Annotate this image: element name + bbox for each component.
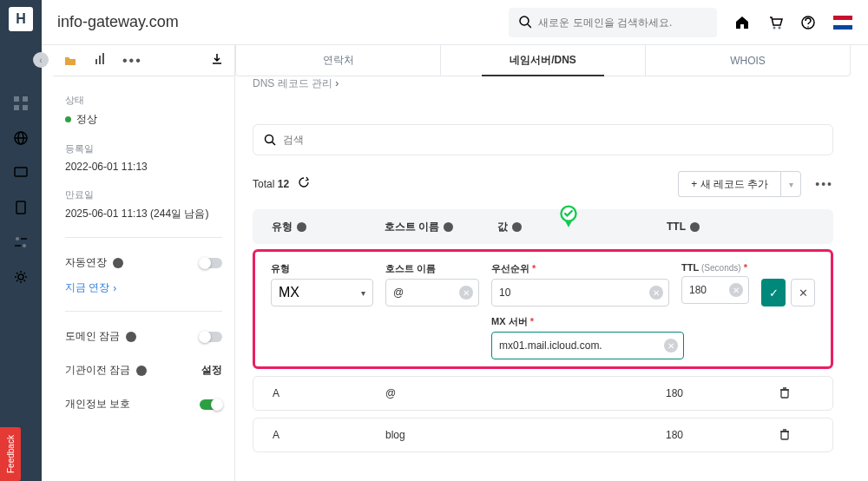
page-title: info-gateway.com	[57, 13, 179, 31]
delete-button[interactable]	[779, 386, 813, 401]
transfer-lock-label: 기관이전 잠금	[65, 363, 130, 378]
global-search[interactable]	[509, 8, 717, 37]
svg-rect-34	[781, 432, 788, 439]
delete-button[interactable]	[779, 428, 813, 443]
svg-rect-22	[102, 53, 104, 64]
table-header: 유형 호스트 이름 값 TTL	[253, 209, 833, 244]
auto-renew-toggle[interactable]	[200, 258, 222, 268]
search-icon	[519, 16, 531, 30]
cancel-button[interactable]: ✕	[791, 279, 815, 306]
table-row[interactable]: A blog 180	[253, 418, 833, 452]
status-label: 상태	[65, 94, 222, 107]
topbar: info-gateway.com	[42, 0, 868, 45]
tab-whois[interactable]: WHOIS	[646, 45, 850, 76]
globe-icon[interactable]	[13, 130, 29, 146]
section-title: DNS 레코드 관리 ›	[235, 76, 851, 91]
column-host: 호스트 이름	[385, 220, 497, 234]
svg-point-25	[136, 366, 147, 376]
left-rail: H	[0, 0, 42, 481]
svg-line-27	[273, 142, 276, 145]
add-record-dropdown[interactable]: ▾	[780, 171, 801, 197]
svg-point-16	[773, 26, 776, 29]
chevron-right-icon: ›	[113, 282, 116, 294]
table-row[interactable]: A @ 180	[253, 376, 833, 411]
clear-icon[interactable]: ✕	[459, 286, 473, 300]
record-total: Total 12	[253, 178, 289, 190]
chevron-down-icon: ▾	[361, 288, 365, 298]
editor-mx-input-wrap: ✕	[491, 332, 684, 359]
editor-host-input-wrap: ✕	[385, 279, 479, 306]
clear-icon[interactable]: ✕	[649, 286, 663, 300]
download-icon[interactable]	[210, 52, 224, 66]
info-icon[interactable]	[135, 365, 148, 377]
record-search[interactable]	[253, 124, 833, 155]
add-record-button[interactable]: + 새 레코드 추가	[678, 171, 780, 197]
svg-rect-20	[95, 59, 97, 64]
document-icon[interactable]	[13, 200, 29, 215]
collapse-rail-button[interactable]: ‹	[33, 52, 49, 68]
record-editor: 유형 MX▾ 호스트 이름 ✕ 우선순위 * ✕ TTL (Seconds) *…	[253, 249, 833, 369]
registered-value: 2022-06-01 11:13	[65, 161, 222, 173]
add-record: + 새 레코드 추가 ▾	[678, 171, 801, 197]
status-value: 정상	[65, 112, 222, 127]
verified-badge-icon	[556, 205, 581, 229]
row-type: A	[273, 387, 385, 399]
info-icon[interactable]	[443, 221, 454, 233]
svg-point-24	[126, 332, 136, 342]
brand-logo[interactable]: H	[9, 7, 33, 31]
renew-now-link[interactable]: 지금 연장 ›	[65, 280, 222, 295]
language-flag[interactable]	[833, 16, 852, 30]
svg-point-11	[23, 244, 26, 247]
editor-mx-input[interactable]	[499, 339, 676, 352]
svg-point-23	[113, 258, 123, 268]
column-ttl: TTL	[667, 221, 779, 233]
home-icon[interactable]	[734, 15, 750, 30]
feedback-tab[interactable]: Feedback	[0, 427, 21, 481]
domain-lock-label: 도메인 잠금	[65, 329, 120, 344]
toolbar-more-icon[interactable]: •••	[122, 53, 142, 69]
refresh-button[interactable]	[298, 176, 310, 192]
monitor-icon[interactable]	[13, 165, 29, 181]
confirm-button[interactable]: ✓	[761, 279, 786, 306]
svg-point-26	[266, 135, 273, 142]
main: DNS 레코드 관리 › Total 12 + 새 레코드 추가 ▾ ••• 유…	[235, 76, 851, 481]
svg-rect-0	[14, 96, 19, 102]
info-icon[interactable]	[112, 257, 124, 269]
row-host: blog	[385, 429, 498, 441]
search-icon	[264, 134, 276, 147]
row-type: A	[273, 429, 385, 441]
support-icon[interactable]	[800, 15, 816, 30]
info-icon[interactable]	[511, 221, 523, 233]
svg-point-13	[18, 274, 23, 280]
row-ttl: 180	[666, 429, 779, 441]
list-more-icon[interactable]: •••	[815, 177, 833, 191]
editor-priority-input[interactable]	[499, 287, 661, 299]
editor-host-label: 호스트 이름	[385, 262, 479, 275]
folder-icon[interactable]	[63, 54, 77, 68]
bars-icon[interactable]	[93, 52, 107, 66]
privacy-label: 개인정보 보호	[65, 397, 130, 412]
info-icon[interactable]	[689, 221, 700, 233]
clear-icon[interactable]: ✕	[664, 339, 678, 353]
editor-ttl-input-wrap: ✕	[681, 276, 749, 304]
svg-rect-8	[16, 201, 25, 214]
divider	[65, 237, 222, 238]
toggles-icon[interactable]	[13, 234, 29, 250]
gear-icon[interactable]	[13, 269, 29, 285]
cart-icon[interactable]	[767, 15, 783, 30]
domain-lock-toggle[interactable]	[200, 332, 222, 342]
transfer-settings-link[interactable]: 설정	[201, 363, 222, 378]
column-value: 값	[497, 220, 667, 234]
tab-nameserver-dns[interactable]: 네임서버/DNS	[441, 45, 646, 76]
editor-type-select[interactable]: MX▾	[271, 279, 373, 306]
dashboard-icon[interactable]	[13, 96, 29, 111]
clear-icon[interactable]: ✕	[729, 283, 743, 297]
record-search-input[interactable]	[283, 134, 822, 146]
global-search-input[interactable]	[538, 16, 707, 29]
tab-contacts[interactable]: 연락처	[236, 45, 441, 76]
registered-label: 등록일	[65, 142, 222, 155]
info-icon[interactable]	[125, 331, 137, 343]
info-icon[interactable]	[296, 221, 307, 233]
svg-rect-1	[23, 96, 28, 102]
privacy-toggle[interactable]	[200, 399, 222, 410]
